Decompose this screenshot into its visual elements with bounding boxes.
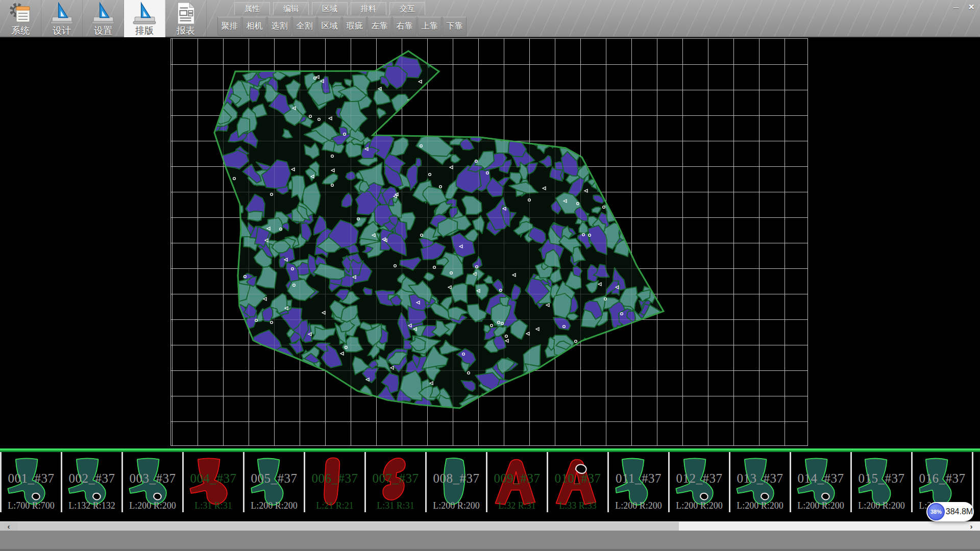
memory-usage-badge: 38% 384.8M [926, 502, 974, 521]
main-button-settings[interactable]: 设置 [83, 0, 124, 37]
thumbnail-piece-006_#37[interactable]: 006_#37L:21 R:21 [304, 452, 364, 512]
piece-hole [822, 493, 829, 500]
action-button-6[interactable]: 左靠 [368, 17, 391, 36]
action-button-8[interactable]: 上靠 [418, 17, 442, 36]
memory-percent-label: 38% [930, 509, 942, 515]
piece-lr-count: L:200 R:200 [609, 500, 668, 511]
scroll-left-button[interactable]: ‹ [0, 522, 17, 531]
piece-name: 009_#37 [487, 471, 547, 486]
menu-tab-3[interactable]: 排料 [351, 2, 386, 15]
main-button-label: 系统 [11, 26, 30, 36]
menu-tab-1[interactable]: 编辑 [273, 2, 309, 15]
menu-tab-0[interactable]: 属性 [234, 2, 270, 15]
thumbnail-piece-001_#37[interactable]: 001_#37L:700 R:700 [0, 452, 61, 512]
scrollbar-track[interactable] [17, 522, 963, 531]
piece-lr-count: L:31 R:31 [366, 500, 425, 511]
piece-name: 014_#37 [791, 471, 850, 486]
thumbnail-piece-002_#37[interactable]: 002_#37L:132 R:132 [61, 452, 121, 512]
piece-lr-count: L:200 R:200 [244, 500, 304, 511]
piece-lr-count: L:200 R:200 [670, 500, 729, 511]
piece-name: 002_#37 [62, 471, 121, 486]
report-icon [174, 1, 198, 26]
piece-lr-count: L:31 R:31 [184, 500, 243, 511]
piece-lr-count: L:200 R:200 [427, 500, 486, 511]
thumbnail-piece-014_#37[interactable]: 014_#37L:200 R:200 [790, 452, 850, 512]
piece-name: 011_#37 [609, 471, 668, 486]
piece-lr-count: L:200 R:200 [791, 500, 850, 511]
piece-name: 003_#37 [123, 471, 182, 486]
thumbnail-piece-009_#37[interactable]: 009_#37L:32 R:31 [486, 452, 547, 512]
memory-size-label: 384.8M [945, 507, 974, 516]
main-button-label: 设计 [53, 26, 71, 36]
thumbnail-piece-011_#37[interactable]: 011_#37L:200 R:200 [607, 452, 668, 512]
piece-name: 008_#37 [427, 471, 486, 486]
window-controls: ─ ✕ [950, 2, 977, 13]
action-button-1[interactable]: 相机 [242, 17, 266, 36]
triangle-ruler [59, 3, 68, 17]
triangle-ruler [141, 3, 151, 17]
notebook-icon [16, 7, 30, 22]
thumbnail-piece-015_#37[interactable]: 015_#37L:200 R:200 [850, 452, 911, 512]
main-button-nesting[interactable]: 排版 [124, 0, 165, 37]
action-button-0[interactable]: 聚排 [217, 17, 241, 36]
main-button-label: 报表 [177, 26, 195, 36]
piece-lr-count: L:700 R:700 [2, 500, 61, 511]
piece-name: 016_#37 [913, 471, 972, 486]
scrollbar-thumb[interactable] [17, 522, 679, 531]
main-button-report[interactable]: 报表 [165, 0, 207, 37]
piece-lr-count: L:200 R:200 [852, 500, 911, 511]
action-button-4[interactable]: 区域 [317, 17, 341, 36]
thumbnail-piece-partial[interactable] [972, 452, 978, 512]
nesting-layout-svg [170, 38, 808, 447]
piece-name: 001_#37 [2, 471, 61, 486]
menu-tab-2[interactable]: 区域 [312, 2, 348, 15]
system-icon [8, 1, 33, 26]
menu-tab-4[interactable]: 交互 [389, 2, 425, 15]
piece-name: 012_#37 [670, 471, 729, 486]
ruler-base [133, 17, 156, 24]
thumbnail-piece-008_#37[interactable]: 008_#37L:200 R:200 [425, 452, 486, 512]
triangle-ruler [100, 3, 109, 17]
piece-name: 006_#37 [305, 471, 364, 486]
piece-hole [700, 493, 708, 500]
action-button-9[interactable]: 下靠 [443, 17, 467, 36]
piece-hole [154, 493, 161, 500]
piece-name: 015_#37 [852, 471, 911, 486]
thumbnail-piece-004_#37[interactable]: 004_#37L:31 R:31 [182, 452, 243, 512]
piece-name: 013_#37 [730, 471, 790, 486]
nesting-icon [132, 1, 157, 26]
action-button-5[interactable]: 瑕疵 [342, 17, 366, 36]
main-toolbar: 系统 设计 设置 排版 [0, 0, 207, 37]
design-icon [50, 1, 74, 26]
ruler-base [51, 17, 73, 24]
thumbnail-piece-013_#37[interactable]: 013_#37L:200 R:200 [729, 452, 790, 512]
main-button-system[interactable]: 系统 [0, 0, 41, 37]
thumbnail-piece-012_#37[interactable]: 012_#37L:200 R:200 [668, 452, 729, 512]
close-button[interactable]: ✕ [965, 2, 977, 13]
piece-hole [93, 493, 101, 500]
horizontal-scrollbar[interactable]: ‹ › [0, 521, 980, 531]
title-bar: 系统 设计 设置 排版 [0, 0, 980, 37]
piece-lr-count: L:200 R:200 [123, 500, 182, 511]
thumbnail-piece-003_#37[interactable]: 003_#37L:200 R:200 [121, 452, 182, 512]
piece-name: 004_#37 [184, 471, 243, 486]
piece-name: 010_#37 [548, 471, 607, 486]
piece-shape-svg [974, 453, 978, 510]
action-toolbar: 聚排相机选割全割区域瑕疵左靠右靠上靠下靠 [217, 17, 467, 36]
piece-lr-count: L:132 R:132 [62, 500, 121, 511]
piece-hole [761, 493, 769, 500]
main-button-design[interactable]: 设计 [41, 0, 83, 37]
app-window: 系统 设计 设置 排版 [0, 0, 980, 551]
action-button-2[interactable]: 选割 [267, 17, 291, 36]
scroll-right-button[interactable]: › [963, 522, 980, 531]
action-button-3[interactable]: 全割 [292, 17, 316, 36]
minimize-button[interactable]: ─ [950, 2, 962, 13]
settings-icon [91, 1, 115, 26]
thumbnail-piece-010_#37[interactable]: 010_#37L:33 R:33 [547, 452, 607, 512]
thumbnail-piece-007_#37[interactable]: 007_#37L:31 R:31 [364, 452, 425, 512]
piece-lr-count: L:32 R:31 [487, 500, 547, 511]
nesting-canvas[interactable] [0, 37, 980, 448]
thumbnail-piece-005_#37[interactable]: 005_#37L:200 R:200 [243, 452, 304, 512]
action-button-7[interactable]: 右靠 [393, 17, 416, 36]
piece-name: 007_#37 [366, 471, 425, 486]
